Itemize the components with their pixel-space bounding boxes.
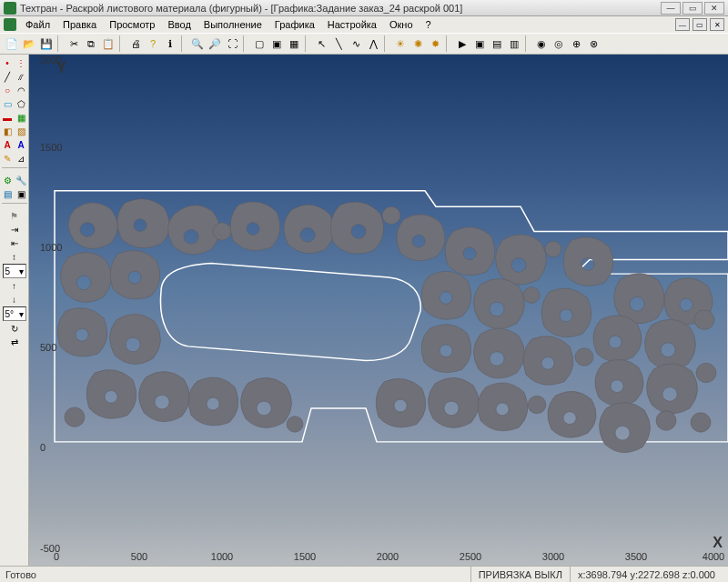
svg-point-8 xyxy=(287,416,303,433)
curve-icon[interactable]: ∿ xyxy=(348,35,364,52)
x-tick: 2000 xyxy=(377,551,399,562)
titlebar: Техтран - Раскрой листового материала (ф… xyxy=(0,0,728,16)
poly-icon[interactable]: ⬠ xyxy=(15,97,27,110)
about-icon[interactable]: ℹ xyxy=(162,35,178,52)
zoom-out-icon[interactable]: 🔎 xyxy=(207,35,223,52)
tool2-icon[interactable]: ✺ xyxy=(410,35,426,52)
canvas-viewport[interactable]: Y X -500 0 500 1000 1500 2000 0 500 1000… xyxy=(29,55,728,566)
arrow-icon[interactable]: ↖ xyxy=(313,35,329,52)
svg-point-0 xyxy=(213,223,231,240)
y-tick: 1000 xyxy=(40,242,62,253)
mirror-icon[interactable]: ⇄ xyxy=(8,336,21,348)
y-tick: 2000 xyxy=(40,55,62,65)
exec1-icon[interactable]: ▶ xyxy=(454,35,470,52)
multiline-icon[interactable]: ⫽ xyxy=(15,70,27,83)
close-button[interactable]: ✕ xyxy=(704,2,724,15)
polyline-icon[interactable]: ⋀ xyxy=(365,35,381,52)
flag-icon[interactable]: ⚑ xyxy=(8,209,21,222)
layers-icon[interactable]: ▤ xyxy=(1,187,14,200)
new-icon[interactable]: 📄 xyxy=(4,35,20,52)
status-ready: Готово xyxy=(5,569,36,580)
angle-input[interactable]: 5°▾ xyxy=(3,306,26,321)
save-icon[interactable]: 💾 xyxy=(38,35,55,52)
line2-icon[interactable]: ╱ xyxy=(1,70,14,83)
window-icon[interactable]: ▢ xyxy=(251,35,268,52)
exec3-icon[interactable]: ▤ xyxy=(489,35,505,52)
fill-icon[interactable]: ▬ xyxy=(1,111,14,124)
main-toolbar: 📄 📂 💾 ✂ ⧉ 📋 🖨 ? ℹ 🔍 🔎 ⛶ ▢ ▣ ▦ ↖ ╲ ∿ ⋀ ☀ … xyxy=(0,33,728,55)
menubar: Файл Правка Просмотр Ввод Выполнение Гра… xyxy=(0,16,728,33)
rect-icon[interactable]: ▭ xyxy=(1,97,14,110)
mdi-icon xyxy=(4,18,16,31)
point-icon[interactable]: • xyxy=(1,56,14,69)
down-icon[interactable]: ↓ xyxy=(8,293,21,306)
exec2-icon[interactable]: ▣ xyxy=(471,35,488,52)
align2-icon[interactable]: ⇤ xyxy=(8,236,21,249)
x-tick: 3500 xyxy=(625,551,647,562)
menu-settings[interactable]: Настройка xyxy=(322,18,382,31)
cut-icon[interactable]: ✂ xyxy=(66,35,82,52)
arc-icon[interactable]: ◠ xyxy=(15,84,27,96)
menu-view[interactable]: Просмотр xyxy=(104,18,160,31)
wrench-icon[interactable]: 🔧 xyxy=(15,174,27,186)
svg-point-6 xyxy=(696,363,716,382)
step-input[interactable]: 5▾ xyxy=(3,264,26,278)
app-icon xyxy=(4,2,16,15)
hatch-icon[interactable]: ▨ xyxy=(15,125,27,137)
zoom-in-icon[interactable]: 🔍 xyxy=(189,35,206,52)
group-icon[interactable]: ▣ xyxy=(15,187,27,200)
window-title: Техтран - Раскрой листового материала (ф… xyxy=(20,3,462,14)
svg-point-1 xyxy=(382,206,400,224)
line-icon[interactable]: ╲ xyxy=(330,35,347,52)
gear-icon[interactable]: ⚙ xyxy=(1,174,14,186)
up-icon[interactable]: ↑ xyxy=(8,279,21,292)
menu-help[interactable]: ? xyxy=(420,18,437,31)
pen-icon[interactable]: ✎ xyxy=(1,152,14,165)
minimize-button[interactable]: — xyxy=(661,2,681,15)
mdi-restore[interactable]: ▭ xyxy=(693,18,707,31)
extra4-icon[interactable]: ⊗ xyxy=(585,35,602,52)
mdi-minimize[interactable]: — xyxy=(675,18,690,31)
circle-icon[interactable]: ○ xyxy=(1,84,14,96)
open-icon[interactable]: 📂 xyxy=(21,35,37,52)
x-tick: 1500 xyxy=(294,551,316,562)
extra1-icon[interactable]: ◉ xyxy=(533,35,550,52)
menu-graphics[interactable]: Графика xyxy=(269,18,320,31)
grid-points-icon[interactable]: ⋮ xyxy=(15,56,27,69)
zoom-fit-icon[interactable]: ⛶ xyxy=(224,35,240,52)
grid-icon[interactable]: ▦ xyxy=(286,35,302,52)
align1-icon[interactable]: ⇥ xyxy=(8,223,21,236)
help-icon[interactable]: ? xyxy=(145,35,161,52)
measure-icon[interactable]: ⊿ xyxy=(15,152,27,165)
windows-icon[interactable]: ▣ xyxy=(268,35,285,52)
menu-file[interactable]: Файл xyxy=(20,18,56,31)
text-icon[interactable]: A xyxy=(1,138,14,151)
status-snap[interactable]: ПРИВЯЗКА ВЫКЛ xyxy=(470,567,570,582)
x-tick: 1000 xyxy=(211,551,233,562)
menu-edit[interactable]: Правка xyxy=(57,18,102,31)
mdi-close[interactable]: ✕ xyxy=(710,18,724,31)
statusbar: Готово ПРИВЯЗКА ВЫКЛ x:3698.794 y:2272.6… xyxy=(0,566,728,582)
x-tick: 0 xyxy=(54,551,59,562)
menu-window[interactable]: Окно xyxy=(384,18,419,31)
text2-icon[interactable]: A xyxy=(15,138,27,151)
svg-point-9 xyxy=(528,396,546,413)
paste-icon[interactable]: 📋 xyxy=(100,35,116,52)
extra2-icon[interactable]: ◎ xyxy=(551,35,567,52)
svg-point-4 xyxy=(694,310,714,329)
maximize-button[interactable]: ▭ xyxy=(682,2,703,15)
x-tick: 4000 xyxy=(703,551,724,562)
menu-execute[interactable]: Выполнение xyxy=(198,18,268,31)
print-icon[interactable]: 🖨 xyxy=(127,35,144,52)
tool3-icon[interactable]: ✹ xyxy=(427,35,443,52)
pattern-icon[interactable]: ▦ xyxy=(15,111,27,124)
x-axis-label: X xyxy=(713,535,723,551)
tool1-icon[interactable]: ☀ xyxy=(392,35,409,52)
menu-input[interactable]: Ввод xyxy=(162,18,196,31)
rotate-icon[interactable]: ↻ xyxy=(8,322,21,335)
align3-icon[interactable]: ↕ xyxy=(8,250,21,263)
contour-icon[interactable]: ◧ xyxy=(1,125,14,137)
copy-icon[interactable]: ⧉ xyxy=(83,35,99,52)
exec4-icon[interactable]: ▥ xyxy=(506,35,522,52)
extra3-icon[interactable]: ⊕ xyxy=(568,35,584,52)
